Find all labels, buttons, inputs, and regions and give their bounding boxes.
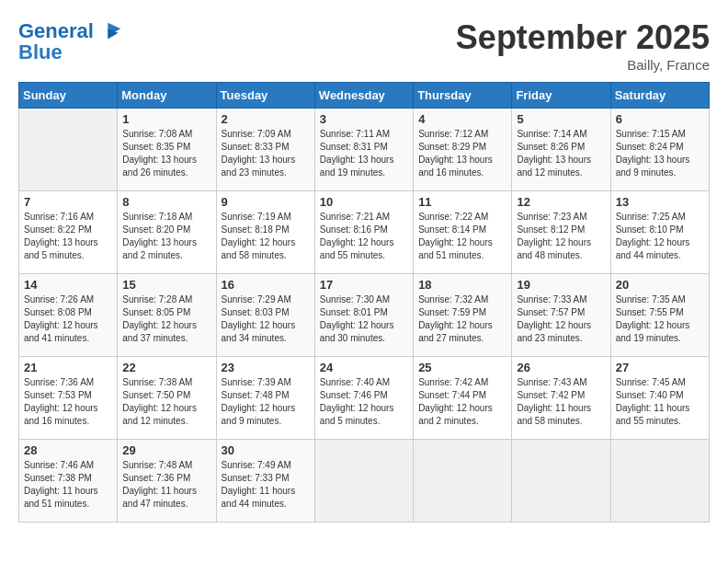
day-number: 11 [418,195,506,209]
day-number: 2 [222,112,310,126]
calendar-cell: 11 Sunrise: 7:22 AMSunset: 8:14 PMDaylig… [414,191,512,274]
col-wednesday: Wednesday [314,83,413,109]
calendar-cell [19,109,118,191]
day-number: 19 [517,278,605,292]
day-number: 24 [320,361,408,374]
day-info: Sunrise: 7:23 AMSunset: 8:12 PMDaylight:… [517,212,591,260]
calendar-cell [512,440,610,523]
day-number: 1 [122,112,210,126]
calendar-cell [414,440,512,523]
day-info: Sunrise: 7:43 AMSunset: 7:42 PMDaylight:… [517,377,591,426]
logo-general: General [18,19,94,42]
calendar-cell [610,440,709,523]
location: Bailly, France [456,57,710,73]
calendar-cell: 2 Sunrise: 7:09 AMSunset: 8:33 PMDayligh… [216,109,314,191]
col-sunday: Sunday [19,83,118,109]
day-info: Sunrise: 7:45 AMSunset: 7:40 PMDaylight:… [616,377,690,426]
day-info: Sunrise: 7:25 AMSunset: 8:10 PMDaylight:… [616,212,690,260]
header-row: Sunday Monday Tuesday Wednesday Thursday… [19,83,710,109]
day-number: 12 [517,195,605,209]
day-number: 27 [616,361,704,374]
day-number: 15 [122,278,210,292]
calendar-cell: 6 Sunrise: 7:15 AMSunset: 8:24 PMDayligh… [610,109,709,191]
day-number: 5 [517,112,605,126]
calendar-cell: 9 Sunrise: 7:19 AMSunset: 8:18 PMDayligh… [216,191,314,274]
day-info: Sunrise: 7:39 AMSunset: 7:48 PMDaylight:… [222,377,296,426]
day-info: Sunrise: 7:29 AMSunset: 8:03 PMDaylight:… [222,294,296,343]
day-info: Sunrise: 7:33 AMSunset: 7:57 PMDaylight:… [517,294,591,343]
day-info: Sunrise: 7:26 AMSunset: 8:08 PMDaylight:… [24,294,98,343]
day-number: 28 [24,443,112,457]
day-info: Sunrise: 7:46 AMSunset: 7:38 PMDaylight:… [24,460,98,509]
calendar-cell: 10 Sunrise: 7:21 AMSunset: 8:16 PMDaylig… [314,191,413,274]
calendar-cell: 23 Sunrise: 7:39 AMSunset: 7:48 PMDaylig… [216,357,314,440]
calendar-week-4: 28 Sunrise: 7:46 AMSunset: 7:38 PMDaylig… [19,440,710,523]
day-info: Sunrise: 7:32 AMSunset: 7:59 PMDaylight:… [418,294,493,343]
col-thursday: Thursday [414,83,512,109]
day-number: 29 [122,443,210,457]
title-block: September 2025 Bailly, France [456,18,710,73]
day-info: Sunrise: 7:38 AMSunset: 7:50 PMDaylight:… [122,377,197,426]
logo: General Blue [18,18,125,64]
day-number: 13 [616,195,704,209]
calendar-cell: 15 Sunrise: 7:28 AMSunset: 8:05 PMDaylig… [118,274,216,357]
col-monday: Monday [118,83,216,109]
day-info: Sunrise: 7:09 AMSunset: 8:33 PMDaylight:… [222,129,296,178]
calendar-cell: 29 Sunrise: 7:48 AMSunset: 7:36 PMDaylig… [118,440,216,523]
day-number: 8 [122,195,210,209]
calendar-week-0: 1 Sunrise: 7:08 AMSunset: 8:35 PMDayligh… [19,109,710,191]
day-info: Sunrise: 7:35 AMSunset: 7:55 PMDaylight:… [616,294,690,343]
logo-text: General [18,20,94,42]
day-info: Sunrise: 7:15 AMSunset: 8:24 PMDaylight:… [616,129,690,178]
day-number: 26 [517,361,605,374]
day-number: 14 [24,278,112,292]
day-info: Sunrise: 7:36 AMSunset: 7:53 PMDaylight:… [24,377,98,426]
day-info: Sunrise: 7:08 AMSunset: 8:35 PMDaylight:… [122,129,197,178]
calendar-week-1: 7 Sunrise: 7:16 AMSunset: 8:22 PMDayligh… [19,191,710,274]
calendar-cell: 30 Sunrise: 7:49 AMSunset: 7:33 PMDaylig… [216,440,314,523]
day-info: Sunrise: 7:48 AMSunset: 7:36 PMDaylight:… [122,460,197,509]
calendar-cell [314,440,413,523]
calendar-cell: 12 Sunrise: 7:23 AMSunset: 8:12 PMDaylig… [512,191,610,274]
day-number: 10 [320,195,408,209]
calendar-cell: 22 Sunrise: 7:38 AMSunset: 7:50 PMDaylig… [118,357,216,440]
day-info: Sunrise: 7:19 AMSunset: 8:18 PMDaylight:… [222,212,296,260]
day-info: Sunrise: 7:11 AMSunset: 8:31 PMDaylight:… [320,129,394,178]
calendar-cell: 13 Sunrise: 7:25 AMSunset: 8:10 PMDaylig… [610,191,709,274]
logo-icon [99,18,125,44]
day-info: Sunrise: 7:22 AMSunset: 8:14 PMDaylight:… [418,212,493,260]
day-info: Sunrise: 7:18 AMSunset: 8:20 PMDaylight:… [122,212,197,260]
calendar-cell: 28 Sunrise: 7:46 AMSunset: 7:38 PMDaylig… [19,440,118,523]
day-number: 9 [222,195,310,209]
calendar-cell: 19 Sunrise: 7:33 AMSunset: 7:57 PMDaylig… [512,274,610,357]
day-number: 25 [418,361,506,374]
day-number: 7 [24,195,112,209]
day-info: Sunrise: 7:40 AMSunset: 7:46 PMDaylight:… [320,377,394,426]
col-friday: Friday [512,83,610,109]
day-number: 3 [320,112,408,126]
col-tuesday: Tuesday [216,83,314,109]
calendar-body: 1 Sunrise: 7:08 AMSunset: 8:35 PMDayligh… [19,109,710,523]
day-number: 22 [122,361,210,374]
calendar-week-2: 14 Sunrise: 7:26 AMSunset: 8:08 PMDaylig… [19,274,710,357]
calendar-cell: 14 Sunrise: 7:26 AMSunset: 8:08 PMDaylig… [19,274,118,357]
calendar-week-3: 21 Sunrise: 7:36 AMSunset: 7:53 PMDaylig… [19,357,710,440]
calendar-cell: 16 Sunrise: 7:29 AMSunset: 8:03 PMDaylig… [216,274,314,357]
day-number: 6 [616,112,704,126]
page-header: General Blue September 2025 Bailly, Fran… [18,18,710,73]
col-saturday: Saturday [610,83,709,109]
calendar-cell: 17 Sunrise: 7:30 AMSunset: 8:01 PMDaylig… [314,274,413,357]
day-number: 4 [418,112,506,126]
day-number: 17 [320,278,408,292]
day-number: 18 [418,278,506,292]
calendar-cell: 5 Sunrise: 7:14 AMSunset: 8:26 PMDayligh… [512,109,610,191]
calendar-cell: 7 Sunrise: 7:16 AMSunset: 8:22 PMDayligh… [19,191,118,274]
day-number: 21 [24,361,112,374]
calendar-cell: 4 Sunrise: 7:12 AMSunset: 8:29 PMDayligh… [414,109,512,191]
day-number: 23 [222,361,310,374]
day-number: 16 [222,278,310,292]
day-info: Sunrise: 7:28 AMSunset: 8:05 PMDaylight:… [122,294,197,343]
day-info: Sunrise: 7:16 AMSunset: 8:22 PMDaylight:… [24,212,98,260]
calendar-header: Sunday Monday Tuesday Wednesday Thursday… [19,83,710,109]
month-title: September 2025 [456,18,710,57]
